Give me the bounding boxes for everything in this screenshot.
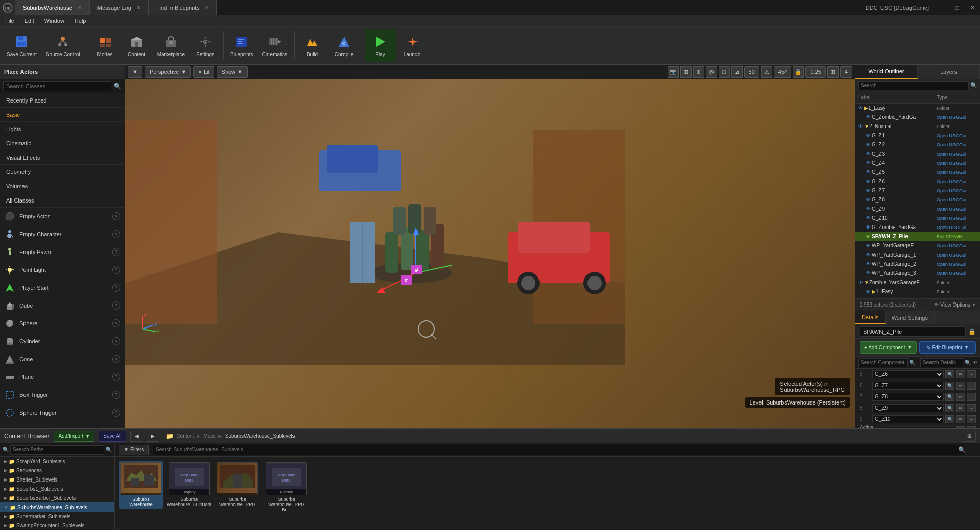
- category-cinematic[interactable]: Cinematic: [0, 136, 125, 150]
- tree-shelter[interactable]: ▶ 📁 Shelter_Sublevels: [0, 475, 114, 484]
- viewport-container[interactable]: ▼ Perspective ▼ ● Lit Show ▼ 📷 ⊞ ⊕ ◎ □: [125, 65, 855, 428]
- tab-close[interactable]: ✕: [136, 5, 140, 10]
- view-options-button[interactable]: 👁 View Options ▼: [934, 302, 976, 308]
- menu-edit[interactable]: Edit: [19, 15, 39, 26]
- actor-cone[interactable]: Cone ?: [0, 350, 125, 368]
- gz10-edit-btn[interactable]: ✏: [956, 415, 965, 423]
- asset-suburbs-warehouse[interactable]: Suburbs Warehouse: [119, 461, 163, 509]
- visibility-icon[interactable]: 👁: [866, 179, 871, 184]
- settings-button[interactable]: Settings: [190, 29, 220, 62]
- actor-info-btn[interactable]: ?: [112, 230, 120, 238]
- tree-suburbswarehouse[interactable]: ▼ 📁 SuburbsWarehouse_Sublevels: [0, 502, 114, 512]
- minimize-button[interactable]: ─: [934, 0, 949, 15]
- outline-item-g-zombie2[interactable]: 👁 G_Zombie_YardGa Open USGGui: [855, 223, 980, 232]
- add-import-button[interactable]: Add/Import ▼: [54, 431, 94, 442]
- viewport-scene[interactable]: # # X Y Z: [125, 79, 855, 428]
- actor-info-btn[interactable]: ?: [112, 301, 120, 310]
- category-recently-placed[interactable]: Recently Placed: [0, 93, 125, 108]
- close-button[interactable]: ✕: [965, 0, 980, 15]
- visibility-icon[interactable]: 👁: [866, 243, 871, 248]
- visibility-toggle-icon[interactable]: 👁: [972, 360, 977, 365]
- layer-count[interactable]: 4: [840, 66, 852, 78]
- gz8-search-btn[interactable]: 🔍: [945, 393, 954, 401]
- category-lights[interactable]: Lights: [0, 122, 125, 136]
- outline-item-gz10[interactable]: 👁 G_Z10 Open USGGui: [855, 214, 980, 223]
- visibility-icon[interactable]: 👁: [858, 123, 863, 129]
- outline-item-1easy[interactable]: 👁 ▶ 1_Easy Folder: [855, 104, 980, 113]
- category-basic[interactable]: Basic: [0, 108, 125, 122]
- vp-snap-icon[interactable]: ⊕: [693, 66, 704, 78]
- outline-item-wp-yard3[interactable]: 👁 WP_YardGarage_2 Open USGGui: [855, 260, 980, 269]
- outline-item-gz9[interactable]: 👁 G_Z9 Open USGGui: [855, 205, 980, 214]
- gz7-search-btn[interactable]: 🔍: [945, 382, 954, 390]
- save-current-button[interactable]: Save Current: [3, 29, 41, 62]
- compile-button[interactable]: C Compile: [329, 29, 359, 62]
- gz10-arrow-btn[interactable]: →: [967, 415, 976, 423]
- gz8-edit-btn[interactable]: ✏: [956, 393, 965, 401]
- perspective-btn[interactable]: Perspective ▼: [145, 66, 191, 78]
- visibility-icon[interactable]: 👁: [866, 234, 871, 239]
- actor-empty-actor[interactable]: Empty Actor ?: [0, 208, 125, 225]
- visibility-icon[interactable]: 👁: [866, 215, 871, 221]
- actor-box-trigger[interactable]: Box Trigger ?: [0, 386, 125, 404]
- menu-file[interactable]: File: [0, 15, 19, 26]
- tab-world-settings[interactable]: World Settings: [886, 311, 935, 324]
- vp-angle-mode-icon[interactable]: ⊿: [731, 66, 743, 78]
- search-classes-input[interactable]: [3, 81, 111, 91]
- angle-value[interactable]: 45°: [774, 66, 792, 78]
- visibility-icon[interactable]: 👁: [866, 133, 871, 138]
- gz7-edit-btn[interactable]: ✏: [956, 382, 965, 390]
- outline-item-1easy-sub[interactable]: 👁 ▶ 1_Easy Folder: [855, 287, 980, 296]
- category-visual-effects[interactable]: Visual Effects: [0, 150, 125, 165]
- actor-info-btn[interactable]: ?: [112, 391, 120, 399]
- search-paths-input[interactable]: [10, 445, 104, 455]
- actor-cube[interactable]: Cube ?: [0, 297, 125, 315]
- actor-info-btn[interactable]: ?: [112, 355, 120, 363]
- source-control-button[interactable]: Source Control: [42, 29, 84, 62]
- search-components-input[interactable]: [858, 358, 908, 367]
- menu-help[interactable]: Help: [69, 15, 91, 26]
- tree-scrapyard[interactable]: ▶ 📁 ScrapYard_Sublevels: [0, 457, 114, 466]
- visibility-icon[interactable]: 👁: [866, 160, 871, 166]
- visibility-icon[interactable]: 👁: [866, 114, 871, 120]
- outline-item-gz5[interactable]: 👁 G_Z5 Open USGGui: [855, 168, 980, 177]
- gz9-search-btn[interactable]: 🔍: [945, 404, 954, 412]
- build-button[interactable]: Build: [297, 29, 328, 62]
- actor-info-btn[interactable]: ?: [112, 373, 120, 381]
- visibility-icon[interactable]: 👁: [866, 188, 871, 193]
- tab-details[interactable]: Details: [855, 311, 886, 324]
- asset-suburbs-rpg-built[interactable]: Map Build Data Registry Suburbs Warehous…: [262, 461, 311, 514]
- gz9-edit-btn[interactable]: ✏: [956, 404, 965, 412]
- tab-close[interactable]: ✕: [78, 5, 82, 10]
- gz10-search-btn[interactable]: 🔍: [945, 415, 954, 423]
- outline-item-gz2[interactable]: 👁 G_Z2 Open USGGui: [855, 140, 980, 149]
- actor-point-light[interactable]: Point Light ?: [0, 261, 125, 279]
- actor-info-btn[interactable]: ?: [112, 266, 120, 274]
- vp-camera-icon[interactable]: 📷: [668, 66, 679, 78]
- actor-info-btn[interactable]: ?: [112, 409, 120, 417]
- visibility-icon[interactable]: 👁: [866, 206, 871, 212]
- lock-icon[interactable]: 🔒: [968, 328, 976, 335]
- actor-sphere[interactable]: Sphere ?: [0, 315, 125, 333]
- visibility-icon[interactable]: 👁: [866, 270, 871, 276]
- vp-lock-icon[interactable]: 🔒: [793, 66, 804, 78]
- actor-sphere-trigger[interactable]: Sphere Trigger ?: [0, 404, 125, 422]
- play-button[interactable]: Play: [365, 29, 396, 62]
- outline-item-spawn-z-pile[interactable]: 👁 SPAWN_Z_Pile Edit SPAWN_: [855, 232, 980, 241]
- tree-sequences[interactable]: ▶ 📁 Sequences: [0, 466, 114, 475]
- viewport-arrow-btn[interactable]: ▼: [128, 66, 142, 78]
- gz7-arrow-btn[interactable]: →: [967, 382, 976, 390]
- tab-findinblueprints[interactable]: Find in Blueprints ✕: [149, 0, 217, 15]
- vp-lit-mode-icon[interactable]: □: [719, 66, 730, 78]
- outline-item-gz8[interactable]: 👁 G_Z8 Open USGGui: [855, 195, 980, 205]
- launch-button[interactable]: Launch: [397, 29, 427, 62]
- actor-info-btn[interactable]: ?: [112, 337, 120, 345]
- asset-suburbs-rpg[interactable]: Suburbs Warehouse_RPG: [215, 461, 259, 509]
- outline-item-gz7[interactable]: 👁 G_Z7 Open USGGui: [855, 186, 980, 195]
- content-search-input[interactable]: [153, 445, 964, 455]
- blueprints-button[interactable]: Blueprints: [226, 29, 257, 62]
- cb-collapse-btn[interactable]: ⊞: [963, 431, 976, 442]
- visibility-icon[interactable]: 👁: [866, 197, 871, 203]
- outliner-search-input[interactable]: [858, 81, 969, 90]
- outline-item-gz6[interactable]: 👁 G_Z6 Open USGGui: [855, 177, 980, 186]
